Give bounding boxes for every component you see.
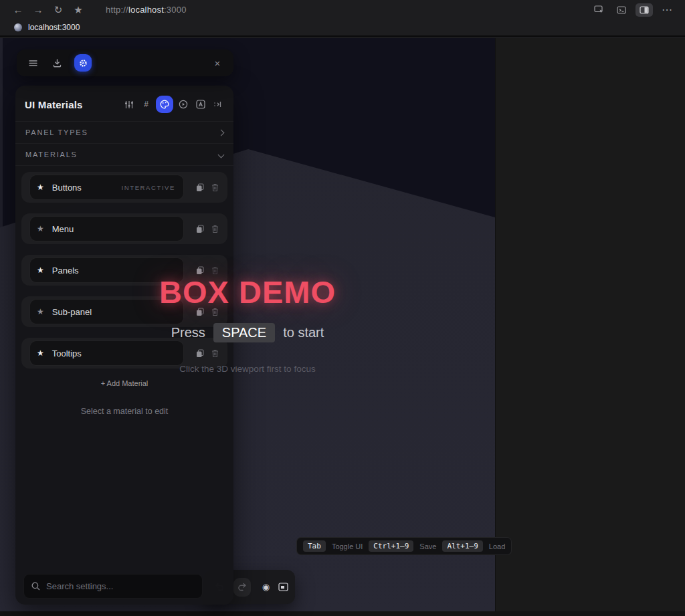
row-actions [196, 225, 227, 233]
right-empty-panel [495, 38, 685, 616]
material-item-tooltips[interactable]: ★ Tooltips [29, 340, 184, 366]
scene-left-face [0, 38, 3, 229]
inspect-element-icon[interactable] [590, 3, 607, 17]
row-actions [196, 183, 227, 192]
star-icon[interactable]: ★ [37, 183, 44, 191]
url-prefix: http:// [106, 5, 128, 15]
interactive-badge: INTERACTIVE [122, 184, 175, 191]
viewport-3d[interactable]: Tab Toggle UI Ctrl+1–9 Save Alt+1–9 Load… [0, 38, 685, 616]
panel-title: UI Materials [25, 99, 83, 110]
section-materials-label: MATERIALS [25, 150, 78, 159]
delete-icon[interactable] [211, 349, 219, 358]
shortcut-label-save: Save [419, 542, 436, 550]
row-actions [196, 266, 227, 275]
download-icon[interactable] [50, 56, 64, 70]
browser-chrome: ← → ↻ ★ http://localhost:3000 [0, 0, 685, 38]
hash-icon[interactable]: # [138, 97, 154, 112]
forward-icon[interactable]: → [29, 3, 47, 17]
settings-search [23, 574, 203, 599]
terminal-icon[interactable] [613, 3, 630, 17]
palette-icon[interactable] [156, 96, 173, 113]
material-row-sub-panel: ★ Sub-panel [21, 296, 227, 327]
chevron-down-icon [218, 151, 225, 158]
star-icon[interactable]: ★ [37, 349, 44, 357]
back-icon[interactable]: ← [9, 3, 27, 17]
tab-bar: localhost:3000 [0, 19, 685, 37]
delete-icon[interactable] [211, 225, 219, 233]
toggle-sidebar-icon[interactable] [635, 3, 653, 17]
key-ctrl-1-9: Ctrl+1–9 [369, 540, 413, 552]
materials-list: ★ Buttons INTERACTIVE [15, 166, 233, 369]
duplicate-icon[interactable] [196, 183, 204, 192]
material-label: Buttons [52, 183, 82, 193]
star-icon[interactable]: ★ [37, 225, 44, 233]
settings-gear-button[interactable] [74, 54, 92, 72]
close-icon[interactable]: × [211, 58, 224, 69]
sliders-icon[interactable] [121, 97, 136, 112]
row-actions [196, 349, 227, 358]
key-alt-1-9: Alt+1–9 [442, 540, 482, 552]
section-materials[interactable]: MATERIALS [15, 144, 233, 166]
delete-icon[interactable] [211, 183, 219, 192]
empty-selection-hint: Select a material to edit [15, 407, 233, 416]
more-menu-icon[interactable]: ⋯ [658, 3, 676, 17]
panel-header-icons: # [121, 96, 225, 113]
material-item-buttons[interactable]: ★ Buttons INTERACTIVE [29, 175, 184, 200]
duplicate-icon[interactable] [196, 308, 204, 316]
address-bar[interactable]: http://localhost:3000 [106, 5, 187, 15]
material-row-buttons: ★ Buttons INTERACTIVE [21, 172, 227, 203]
star-icon[interactable]: ★ [37, 308, 44, 316]
row-actions [196, 308, 227, 316]
shortcut-label-toggle-ui: Toggle UI [332, 542, 363, 550]
search-input[interactable] [46, 581, 195, 591]
material-item-menu[interactable]: ★ Menu [29, 216, 184, 241]
browser-navbar: ← → ↻ ★ http://localhost:3000 [0, 0, 685, 19]
duplicate-icon[interactable] [196, 266, 204, 275]
redo-button[interactable] [233, 578, 251, 597]
search-icon [31, 582, 40, 591]
ui-materials-panel: UI Materials # [15, 86, 233, 605]
delete-icon[interactable] [211, 266, 219, 275]
chevron-right-icon [218, 129, 225, 136]
section-panel-types[interactable]: PANEL TYPES [15, 122, 233, 144]
material-label: Menu [52, 224, 74, 234]
play-circle-icon[interactable] [175, 97, 191, 112]
site-favicon [14, 23, 22, 31]
panel-header: UI Materials # [15, 86, 233, 122]
duplicate-icon[interactable] [196, 349, 204, 358]
bookmark-icon[interactable]: ★ [70, 3, 87, 17]
reload-icon[interactable]: ↻ [50, 3, 67, 17]
url-port: :3000 [164, 5, 187, 15]
floating-toolbar: × [17, 49, 233, 76]
collapse-panel-icon[interactable] [210, 97, 225, 112]
shortcut-label-load: Load [489, 542, 505, 550]
material-row-tooltips: ★ Tooltips [21, 338, 227, 369]
material-label: Sub-panel [52, 307, 92, 317]
material-item-sub-panel[interactable]: ★ Sub-panel [29, 299, 184, 324]
material-label: Panels [52, 266, 79, 276]
key-tab: Tab [303, 540, 326, 552]
tab-localhost[interactable]: localhost:3000 [28, 23, 80, 32]
typography-icon[interactable] [193, 97, 208, 112]
delete-icon[interactable] [211, 308, 219, 316]
add-material-button[interactable]: + Add Material [101, 379, 149, 387]
pip-icon[interactable] [278, 583, 288, 591]
bottom-edge [0, 611, 685, 616]
duplicate-icon[interactable] [196, 225, 204, 233]
shortcuts-bar: Tab Toggle UI Ctrl+1–9 Save Alt+1–9 Load [296, 537, 512, 555]
material-row-menu: ★ Menu [21, 213, 227, 244]
material-label: Tooltips [52, 348, 82, 358]
record-icon[interactable]: ◉ [262, 583, 270, 591]
gear-icon [79, 59, 88, 68]
star-icon[interactable]: ★ [37, 266, 44, 274]
section-panel-types-label: PANEL TYPES [25, 128, 88, 136]
url-host: localhost [128, 5, 164, 15]
menu-icon[interactable] [26, 56, 39, 70]
material-item-panels[interactable]: ★ Panels [29, 258, 184, 283]
material-row-panels: ★ Panels [21, 255, 227, 286]
chrome-right-controls: ⋯ [590, 3, 676, 17]
